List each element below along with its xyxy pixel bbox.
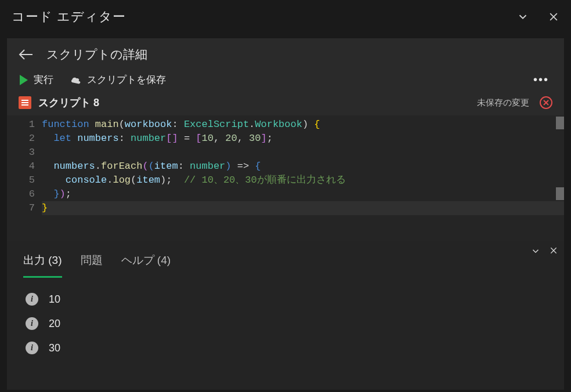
script-file-icon — [19, 96, 31, 109]
back-arrow-icon[interactable] — [19, 48, 34, 61]
code-content[interactable]: function main(workbook: ExcelScript.Work… — [42, 115, 564, 241]
window-title: コード エディター — [12, 8, 126, 26]
editor-area: スクリプトの詳細 実行 スクリプトを保存 ••• スクリプト 8 未保存の変更 … — [7, 38, 564, 241]
tab-help[interactable]: ヘルプ (4) — [121, 253, 171, 276]
script-name: スクリプト 8 — [38, 96, 470, 110]
close-icon[interactable] — [548, 11, 559, 23]
panel-tabs: 出力 (3) 問題 ヘルプ (4) — [7, 241, 564, 278]
unsaved-label: 未保存の変更 — [477, 97, 529, 108]
info-icon: i — [26, 317, 38, 330]
scrollbar-marker[interactable] — [556, 187, 564, 200]
chevron-down-icon[interactable] — [516, 10, 529, 23]
chevron-down-icon[interactable] — [530, 246, 541, 259]
page-title: スクリプトの詳細 — [46, 46, 147, 63]
title-bar: コード エディター — [0, 0, 571, 34]
output-panel: 出力 (3) 問題 ヘルプ (4) i 10 i 20 i 30 — [7, 241, 564, 390]
tab-output[interactable]: 出力 (3) — [23, 253, 62, 278]
more-options-button[interactable]: ••• — [533, 73, 552, 86]
output-line: i 10 — [26, 293, 545, 306]
tab-problems[interactable]: 問題 — [81, 253, 103, 276]
play-icon — [19, 74, 29, 86]
line-number-gutter: 1 2 3 4 5 6 7 — [7, 115, 42, 241]
output-list: i 10 i 20 i 30 — [7, 278, 564, 369]
output-line: i 30 — [26, 342, 545, 354]
scrollbar-marker[interactable] — [556, 117, 564, 129]
save-script-button[interactable]: スクリプトを保存 — [70, 73, 166, 86]
cloud-save-icon — [70, 75, 82, 85]
info-icon: i — [26, 342, 38, 354]
svg-marker-3 — [20, 75, 28, 85]
output-line: i 20 — [26, 317, 545, 330]
close-icon[interactable] — [549, 246, 558, 259]
error-badge-icon[interactable] — [540, 96, 552, 109]
info-icon: i — [26, 293, 38, 306]
code-editor[interactable]: 1 2 3 4 5 6 7 function main(workbook: Ex… — [7, 115, 564, 241]
toolbar: 実行 スクリプトを保存 ••• — [7, 68, 564, 91]
run-button[interactable]: 実行 — [19, 73, 53, 86]
